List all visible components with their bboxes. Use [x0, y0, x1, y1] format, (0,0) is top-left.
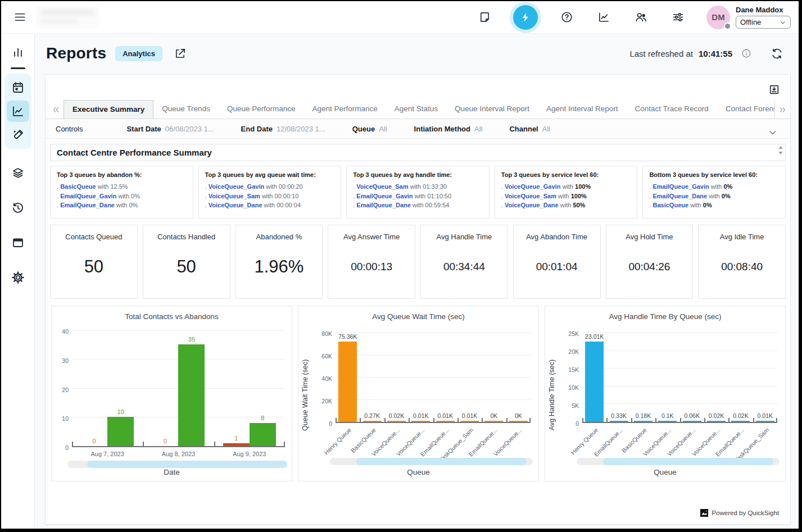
avatar[interactable]: DM [706, 6, 730, 29]
bar[interactable] [411, 421, 430, 422]
chart-scrollbar-thumb[interactable] [87, 461, 287, 468]
tab-queue-trends[interactable]: Queue Trends [153, 100, 219, 119]
queue-link[interactable]: EmailQueue_Dane [356, 202, 411, 208]
y-tick-label: 20K [313, 398, 332, 404]
chart-scrollbar[interactable] [577, 458, 780, 465]
chart-scrollbar-thumb[interactable] [356, 458, 527, 465]
sidebar-item-settings[interactable] [7, 267, 29, 288]
kpi-card: Avg Hold Time00:04:26 [606, 225, 694, 299]
bar[interactable] [731, 421, 750, 422]
lightning-button[interactable] [513, 5, 538, 30]
queue-link[interactable]: VoiceQueue_Dane [209, 202, 262, 208]
queue-link[interactable]: VoiceQueue_Sam [505, 193, 556, 199]
bar[interactable] [484, 421, 503, 422]
bar[interactable] [707, 421, 726, 422]
y-tick-label: 40K [313, 375, 332, 382]
queue-link[interactable]: EmailQueue_Gavin [356, 193, 413, 199]
bar[interactable] [223, 443, 250, 446]
bar[interactable] [585, 342, 604, 422]
chart-scrollbar-thumb[interactable] [603, 458, 773, 465]
bar-wrap: 1 [223, 331, 250, 446]
sidebar-item-customize[interactable] [7, 124, 29, 145]
bar[interactable] [107, 417, 134, 446]
chart-title: Avg Handle Time By Queue (sec) [545, 312, 785, 321]
bar[interactable] [338, 342, 357, 422]
queue-link[interactable]: VoiceQueue_Sam [209, 193, 260, 199]
notes-icon[interactable] [476, 9, 493, 26]
queue-link[interactable]: VoiceQueue_Gavin [505, 183, 560, 190]
bar[interactable] [610, 421, 628, 422]
bar[interactable] [658, 421, 677, 422]
menu-icon[interactable] [11, 9, 28, 26]
sidebar-item-reports[interactable] [7, 101, 29, 122]
tab-agent-status[interactable]: Agent Status [386, 100, 446, 119]
open-in-new-tab-button[interactable] [171, 45, 188, 62]
bar[interactable] [683, 421, 701, 422]
queue-link[interactable]: VoiceQueue_Gavin [209, 183, 264, 190]
connector-text: with [116, 193, 131, 199]
tabs-scroll-left-button[interactable] [48, 101, 64, 119]
tab-queue-interval-report[interactable]: Queue Interval Report [446, 100, 538, 119]
chart-scrollbar[interactable] [67, 461, 287, 468]
bar[interactable] [634, 421, 653, 422]
metrics-icon[interactable] [595, 9, 612, 26]
contacts-icon[interactable] [632, 9, 649, 26]
bar[interactable] [436, 421, 455, 422]
charts-row: Total Contacts vs AbandonsDate0100351801… [51, 306, 786, 481]
queue-link[interactable]: EmailQueue_Gavin [60, 193, 116, 199]
controls-expand-button[interactable] [764, 124, 781, 141]
sidebar-analytics-group [4, 74, 31, 149]
bar[interactable] [756, 421, 774, 422]
control-filter[interactable]: QueueAll [352, 125, 387, 133]
sidebar-item-metrics[interactable] [7, 42, 29, 63]
queue-link[interactable]: VoiceQueue_Sam [356, 183, 408, 190]
tab-contact-trace-record[interactable]: Contact Trace Record [627, 100, 717, 119]
user-menu[interactable]: DM Dane Maddox Offline [706, 6, 791, 29]
bar[interactable] [250, 423, 276, 446]
download-icon[interactable] [765, 81, 782, 98]
bar[interactable] [509, 421, 528, 422]
scroll-up-icon[interactable] [778, 146, 783, 149]
insight-value: 0% [129, 202, 138, 208]
axis-tick [680, 418, 681, 422]
bar[interactable] [387, 421, 406, 422]
control-filter[interactable]: End Date12/08/2023 1... [241, 125, 325, 133]
tabs-scroll-right-button[interactable] [774, 101, 790, 119]
scroll-down-icon[interactable] [778, 152, 783, 154]
info-icon[interactable] [738, 45, 755, 62]
control-filter[interactable]: ChannelAll [509, 125, 550, 133]
sidebar-item-calendar[interactable] [7, 77, 29, 98]
queue-link[interactable]: VoiceQueue_Dane [505, 202, 559, 208]
tab-queue-performance[interactable]: Queue Performance [219, 100, 304, 119]
help-icon[interactable] [558, 9, 575, 26]
tab-executive-summary[interactable]: Executive Summary [64, 100, 153, 119]
chart-scrollbar[interactable] [330, 458, 533, 465]
refresh-button[interactable] [768, 45, 785, 62]
controls-bar: Controls Start Date06/08/2023 1...End Da… [46, 119, 790, 139]
queue-link[interactable]: BasicQueue [653, 202, 689, 208]
queue-link[interactable]: EmailQueue_Gavin [653, 183, 709, 190]
bar-slot: 0.06K [680, 333, 704, 422]
tab-agent-interval-report[interactable]: Agent Interval Report [538, 100, 627, 119]
tab-agent-performance[interactable]: Agent Performance [303, 100, 386, 119]
analytics-badge[interactable]: Analytics [115, 46, 162, 61]
control-filter[interactable]: Start Date06/08/2023 1... [126, 125, 214, 133]
status-select[interactable]: Offline [736, 16, 791, 29]
summary-scroll-control[interactable] [778, 146, 783, 154]
sidebar-item-windows[interactable] [7, 232, 29, 253]
queue-link[interactable]: EmailQueue_Dane [653, 193, 708, 199]
axis-tick [704, 418, 705, 422]
bar[interactable] [363, 421, 382, 422]
sidebar-item-layers[interactable] [7, 162, 29, 184]
bar-value-label: 0K [515, 412, 522, 419]
sidebar-item-history[interactable] [7, 197, 29, 219]
queue-link[interactable]: BasicQueue [60, 183, 96, 190]
bar[interactable] [178, 344, 205, 446]
bar[interactable] [460, 421, 479, 422]
control-filter[interactable]: Intiation MethodAll [414, 125, 483, 133]
y-tick-label: 25K [560, 330, 579, 337]
preferences-icon[interactable] [669, 9, 686, 26]
panel-toolbar [46, 75, 790, 101]
queue-link[interactable]: EmailQueue_Dane [60, 202, 115, 208]
plot-area: 01003518 [72, 331, 285, 447]
